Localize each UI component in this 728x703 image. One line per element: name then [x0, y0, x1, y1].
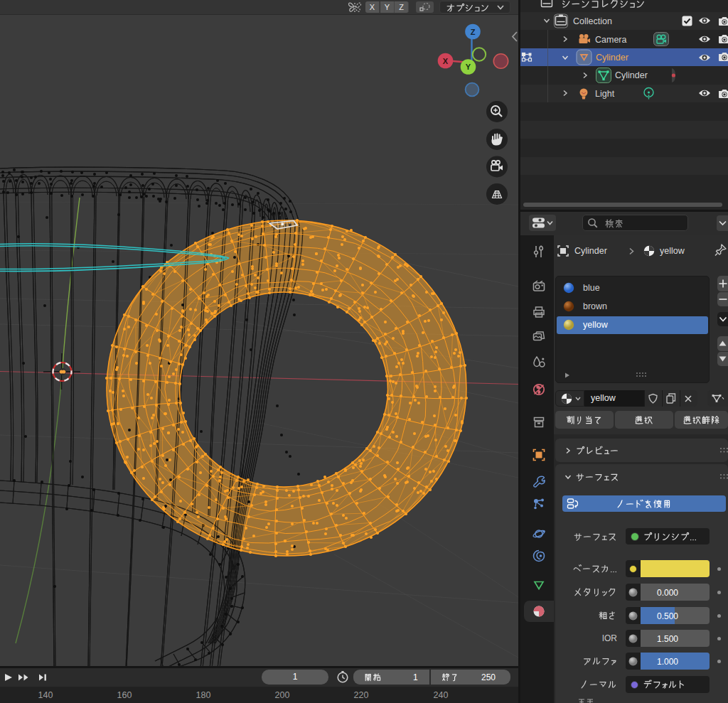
svg-text:Y: Y — [466, 63, 471, 71]
svg-text:Z: Z — [471, 28, 476, 36]
svg-text:X: X — [443, 57, 449, 65]
